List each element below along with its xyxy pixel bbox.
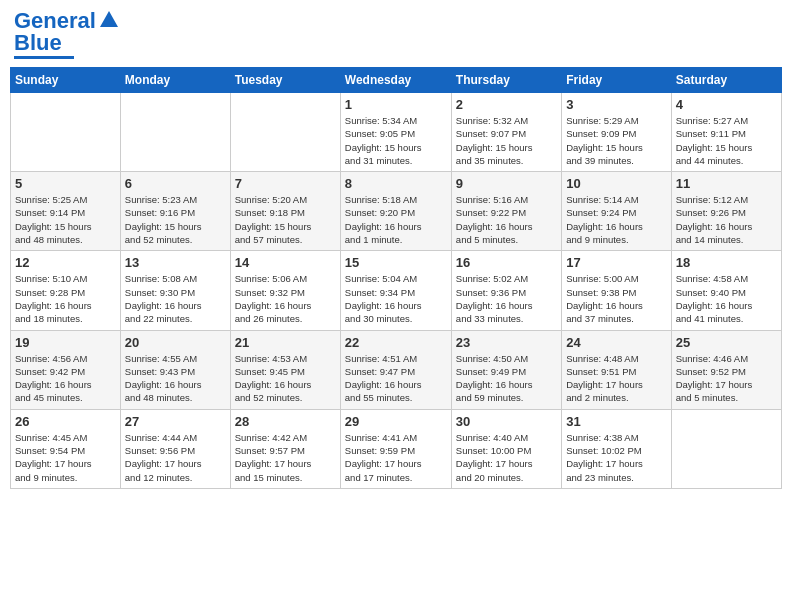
day-info: Sunrise: 4:46 AM Sunset: 9:52 PM Dayligh… xyxy=(676,352,777,405)
calendar-cell: 1Sunrise: 5:34 AM Sunset: 9:05 PM Daylig… xyxy=(340,93,451,172)
day-info: Sunrise: 5:02 AM Sunset: 9:36 PM Dayligh… xyxy=(456,272,557,325)
logo-text: General xyxy=(14,10,96,32)
day-number: 27 xyxy=(125,414,226,429)
day-info: Sunrise: 5:14 AM Sunset: 9:24 PM Dayligh… xyxy=(566,193,666,246)
day-number: 28 xyxy=(235,414,336,429)
day-number: 3 xyxy=(566,97,666,112)
day-info: Sunrise: 5:32 AM Sunset: 9:07 PM Dayligh… xyxy=(456,114,557,167)
col-header-monday: Monday xyxy=(120,68,230,93)
calendar-cell: 19Sunrise: 4:56 AM Sunset: 9:42 PM Dayli… xyxy=(11,330,121,409)
day-info: Sunrise: 5:23 AM Sunset: 9:16 PM Dayligh… xyxy=(125,193,226,246)
calendar-cell: 16Sunrise: 5:02 AM Sunset: 9:36 PM Dayli… xyxy=(451,251,561,330)
calendar-cell xyxy=(120,93,230,172)
day-number: 14 xyxy=(235,255,336,270)
day-info: Sunrise: 4:40 AM Sunset: 10:00 PM Daylig… xyxy=(456,431,557,484)
calendar-cell xyxy=(11,93,121,172)
calendar-cell: 22Sunrise: 4:51 AM Sunset: 9:47 PM Dayli… xyxy=(340,330,451,409)
calendar-cell: 5Sunrise: 5:25 AM Sunset: 9:14 PM Daylig… xyxy=(11,172,121,251)
calendar-cell: 24Sunrise: 4:48 AM Sunset: 9:51 PM Dayli… xyxy=(562,330,671,409)
day-number: 13 xyxy=(125,255,226,270)
day-number: 9 xyxy=(456,176,557,191)
day-number: 8 xyxy=(345,176,447,191)
day-info: Sunrise: 4:58 AM Sunset: 9:40 PM Dayligh… xyxy=(676,272,777,325)
calendar-cell: 25Sunrise: 4:46 AM Sunset: 9:52 PM Dayli… xyxy=(671,330,781,409)
week-row-3: 12Sunrise: 5:10 AM Sunset: 9:28 PM Dayli… xyxy=(11,251,782,330)
day-info: Sunrise: 4:42 AM Sunset: 9:57 PM Dayligh… xyxy=(235,431,336,484)
calendar-table: SundayMondayTuesdayWednesdayThursdayFrid… xyxy=(10,67,782,489)
day-info: Sunrise: 5:29 AM Sunset: 9:09 PM Dayligh… xyxy=(566,114,666,167)
day-info: Sunrise: 4:50 AM Sunset: 9:49 PM Dayligh… xyxy=(456,352,557,405)
day-info: Sunrise: 4:38 AM Sunset: 10:02 PM Daylig… xyxy=(566,431,666,484)
logo-icon xyxy=(98,9,120,31)
calendar-cell: 17Sunrise: 5:00 AM Sunset: 9:38 PM Dayli… xyxy=(562,251,671,330)
day-info: Sunrise: 4:51 AM Sunset: 9:47 PM Dayligh… xyxy=(345,352,447,405)
calendar-cell: 23Sunrise: 4:50 AM Sunset: 9:49 PM Dayli… xyxy=(451,330,561,409)
calendar-cell: 14Sunrise: 5:06 AM Sunset: 9:32 PM Dayli… xyxy=(230,251,340,330)
day-number: 22 xyxy=(345,335,447,350)
day-info: Sunrise: 5:18 AM Sunset: 9:20 PM Dayligh… xyxy=(345,193,447,246)
calendar-cell: 26Sunrise: 4:45 AM Sunset: 9:54 PM Dayli… xyxy=(11,409,121,488)
day-number: 18 xyxy=(676,255,777,270)
day-info: Sunrise: 5:10 AM Sunset: 9:28 PM Dayligh… xyxy=(15,272,116,325)
day-number: 25 xyxy=(676,335,777,350)
calendar-cell: 12Sunrise: 5:10 AM Sunset: 9:28 PM Dayli… xyxy=(11,251,121,330)
day-info: Sunrise: 4:45 AM Sunset: 9:54 PM Dayligh… xyxy=(15,431,116,484)
calendar-cell: 30Sunrise: 4:40 AM Sunset: 10:00 PM Dayl… xyxy=(451,409,561,488)
calendar-cell: 13Sunrise: 5:08 AM Sunset: 9:30 PM Dayli… xyxy=(120,251,230,330)
calendar-cell: 21Sunrise: 4:53 AM Sunset: 9:45 PM Dayli… xyxy=(230,330,340,409)
day-info: Sunrise: 5:04 AM Sunset: 9:34 PM Dayligh… xyxy=(345,272,447,325)
day-number: 19 xyxy=(15,335,116,350)
col-header-tuesday: Tuesday xyxy=(230,68,340,93)
day-number: 20 xyxy=(125,335,226,350)
day-info: Sunrise: 5:27 AM Sunset: 9:11 PM Dayligh… xyxy=(676,114,777,167)
col-header-friday: Friday xyxy=(562,68,671,93)
calendar-cell xyxy=(671,409,781,488)
day-info: Sunrise: 5:12 AM Sunset: 9:26 PM Dayligh… xyxy=(676,193,777,246)
svg-marker-0 xyxy=(100,11,118,27)
day-info: Sunrise: 4:53 AM Sunset: 9:45 PM Dayligh… xyxy=(235,352,336,405)
day-info: Sunrise: 4:48 AM Sunset: 9:51 PM Dayligh… xyxy=(566,352,666,405)
day-number: 7 xyxy=(235,176,336,191)
calendar-cell xyxy=(230,93,340,172)
calendar-cell: 29Sunrise: 4:41 AM Sunset: 9:59 PM Dayli… xyxy=(340,409,451,488)
header: General Blue xyxy=(10,10,782,59)
day-info: Sunrise: 4:56 AM Sunset: 9:42 PM Dayligh… xyxy=(15,352,116,405)
day-info: Sunrise: 5:08 AM Sunset: 9:30 PM Dayligh… xyxy=(125,272,226,325)
day-number: 2 xyxy=(456,97,557,112)
day-number: 15 xyxy=(345,255,447,270)
day-number: 4 xyxy=(676,97,777,112)
day-number: 30 xyxy=(456,414,557,429)
calendar-cell: 10Sunrise: 5:14 AM Sunset: 9:24 PM Dayli… xyxy=(562,172,671,251)
calendar-cell: 2Sunrise: 5:32 AM Sunset: 9:07 PM Daylig… xyxy=(451,93,561,172)
day-number: 24 xyxy=(566,335,666,350)
calendar-cell: 9Sunrise: 5:16 AM Sunset: 9:22 PM Daylig… xyxy=(451,172,561,251)
calendar-cell: 27Sunrise: 4:44 AM Sunset: 9:56 PM Dayli… xyxy=(120,409,230,488)
day-number: 1 xyxy=(345,97,447,112)
col-header-sunday: Sunday xyxy=(11,68,121,93)
col-header-saturday: Saturday xyxy=(671,68,781,93)
logo: General Blue xyxy=(14,10,120,59)
calendar-header-row: SundayMondayTuesdayWednesdayThursdayFrid… xyxy=(11,68,782,93)
day-info: Sunrise: 5:06 AM Sunset: 9:32 PM Dayligh… xyxy=(235,272,336,325)
day-info: Sunrise: 4:44 AM Sunset: 9:56 PM Dayligh… xyxy=(125,431,226,484)
calendar-cell: 8Sunrise: 5:18 AM Sunset: 9:20 PM Daylig… xyxy=(340,172,451,251)
calendar-cell: 28Sunrise: 4:42 AM Sunset: 9:57 PM Dayli… xyxy=(230,409,340,488)
logo-underline xyxy=(14,56,74,59)
week-row-5: 26Sunrise: 4:45 AM Sunset: 9:54 PM Dayli… xyxy=(11,409,782,488)
day-number: 17 xyxy=(566,255,666,270)
col-header-thursday: Thursday xyxy=(451,68,561,93)
day-info: Sunrise: 5:00 AM Sunset: 9:38 PM Dayligh… xyxy=(566,272,666,325)
day-number: 5 xyxy=(15,176,116,191)
day-number: 23 xyxy=(456,335,557,350)
week-row-2: 5Sunrise: 5:25 AM Sunset: 9:14 PM Daylig… xyxy=(11,172,782,251)
logo-text2: Blue xyxy=(14,32,62,54)
calendar-cell: 6Sunrise: 5:23 AM Sunset: 9:16 PM Daylig… xyxy=(120,172,230,251)
day-number: 16 xyxy=(456,255,557,270)
day-number: 26 xyxy=(15,414,116,429)
day-info: Sunrise: 5:34 AM Sunset: 9:05 PM Dayligh… xyxy=(345,114,447,167)
day-info: Sunrise: 5:16 AM Sunset: 9:22 PM Dayligh… xyxy=(456,193,557,246)
calendar-cell: 11Sunrise: 5:12 AM Sunset: 9:26 PM Dayli… xyxy=(671,172,781,251)
day-number: 29 xyxy=(345,414,447,429)
calendar-cell: 15Sunrise: 5:04 AM Sunset: 9:34 PM Dayli… xyxy=(340,251,451,330)
calendar-cell: 20Sunrise: 4:55 AM Sunset: 9:43 PM Dayli… xyxy=(120,330,230,409)
